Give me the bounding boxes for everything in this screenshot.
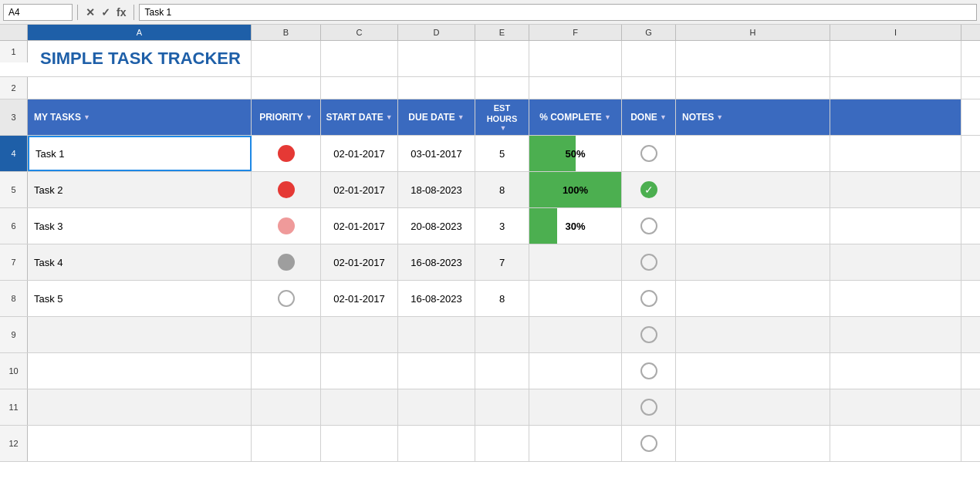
- start-date-dropdown-icon[interactable]: ▼: [386, 113, 393, 121]
- cancel-icon[interactable]: ✕: [86, 6, 95, 19]
- row9-h[interactable]: [676, 317, 830, 352]
- task5-pct-cell[interactable]: [529, 281, 622, 316]
- row2-b[interactable]: [252, 77, 321, 99]
- row10-a[interactable]: [28, 353, 252, 389]
- my-tasks-dropdown-icon[interactable]: ▼: [83, 113, 90, 121]
- pct-complete-dropdown-icon[interactable]: ▼: [604, 113, 611, 121]
- row9-a[interactable]: [28, 317, 252, 352]
- task3-notes-cell[interactable]: [676, 208, 830, 244]
- col-header-a[interactable]: A: [28, 25, 252, 40]
- row10-d[interactable]: [398, 353, 475, 389]
- row12-h[interactable]: [676, 426, 830, 461]
- row9-done[interactable]: [622, 317, 676, 352]
- col-header-f[interactable]: F: [529, 25, 622, 40]
- task4-done-circle[interactable]: [640, 254, 657, 271]
- header-pct-complete[interactable]: % COMPLETE ▼: [529, 99, 622, 135]
- row12-c[interactable]: [321, 426, 398, 461]
- task2-done-check[interactable]: ✓: [640, 181, 657, 198]
- row11-c[interactable]: [321, 389, 398, 425]
- task1-done-circle[interactable]: [640, 145, 657, 162]
- task3-name-cell[interactable]: Task 3: [28, 208, 252, 244]
- task5-due-date-cell[interactable]: 16-08-2023: [398, 281, 475, 316]
- row10-h[interactable]: [676, 353, 830, 389]
- row1-g[interactable]: [622, 41, 676, 76]
- row12-f[interactable]: [529, 426, 622, 461]
- header-notes[interactable]: NOTES ▼: [676, 99, 830, 135]
- col-header-h[interactable]: H: [676, 25, 830, 40]
- task5-done-circle[interactable]: [640, 290, 657, 307]
- row2-d[interactable]: [398, 77, 475, 99]
- row10-c[interactable]: [321, 353, 398, 389]
- col-header-e[interactable]: E: [475, 25, 529, 40]
- task3-pct-cell[interactable]: 30%: [529, 208, 622, 244]
- row1-h[interactable]: [676, 41, 830, 76]
- priority-dropdown-icon[interactable]: ▼: [306, 113, 313, 121]
- row12-done[interactable]: [622, 426, 676, 461]
- task4-extra-cell[interactable]: [830, 244, 961, 280]
- formula-input[interactable]: [139, 4, 977, 21]
- row2-h[interactable]: [676, 77, 830, 99]
- row1-e[interactable]: [475, 41, 529, 76]
- row9-b[interactable]: [252, 317, 321, 352]
- row12-done-circle[interactable]: [640, 435, 657, 452]
- task1-due-date-cell[interactable]: 03-01-2017: [398, 136, 475, 171]
- task2-name-cell[interactable]: Task 2: [28, 172, 252, 207]
- task2-notes-cell[interactable]: [676, 172, 830, 207]
- col-header-b[interactable]: B: [252, 25, 321, 40]
- done-dropdown-icon[interactable]: ▼: [660, 113, 667, 121]
- row11-h[interactable]: [676, 389, 830, 425]
- col-header-g[interactable]: G: [622, 25, 676, 40]
- task1-notes-cell[interactable]: [676, 136, 830, 171]
- task4-pct-cell[interactable]: [529, 244, 622, 280]
- task1-name-cell[interactable]: Task 1: [28, 136, 252, 171]
- row9-f[interactable]: [529, 317, 622, 352]
- task3-extra-cell[interactable]: [830, 208, 961, 244]
- row11-done-circle[interactable]: [640, 399, 657, 416]
- task2-extra-cell[interactable]: [830, 172, 961, 207]
- task1-done-cell[interactable]: [622, 136, 676, 171]
- header-done[interactable]: DONE ▼: [622, 99, 676, 135]
- task2-start-date-cell[interactable]: 02-01-2017: [321, 172, 398, 207]
- row10-i[interactable]: [830, 353, 961, 389]
- task4-est-hours-cell[interactable]: 7: [475, 244, 529, 280]
- row11-e[interactable]: [475, 389, 529, 425]
- task3-done-cell[interactable]: [622, 208, 676, 244]
- col-header-d[interactable]: D: [398, 25, 475, 40]
- row2-c[interactable]: [321, 77, 398, 99]
- row9-d[interactable]: [398, 317, 475, 352]
- due-date-dropdown-icon[interactable]: ▼: [458, 113, 465, 121]
- task3-priority-cell[interactable]: [252, 208, 321, 244]
- task1-extra-cell[interactable]: [830, 136, 961, 171]
- row2-f[interactable]: [529, 77, 622, 99]
- header-start-date[interactable]: START DATE ▼: [321, 99, 398, 135]
- header-my-tasks[interactable]: MY TASKS ▼: [28, 99, 252, 135]
- task4-start-date-cell[interactable]: 02-01-2017: [321, 244, 398, 280]
- task3-done-circle[interactable]: [640, 217, 657, 234]
- cell-reference-box[interactable]: A4: [3, 4, 73, 21]
- row11-i[interactable]: [830, 389, 961, 425]
- row1-i[interactable]: [830, 41, 961, 76]
- row2-e[interactable]: [475, 77, 529, 99]
- task5-name-cell[interactable]: Task 5: [28, 281, 252, 316]
- confirm-icon[interactable]: ✓: [101, 6, 110, 19]
- task5-priority-cell[interactable]: [252, 281, 321, 316]
- header-extra[interactable]: [830, 99, 961, 135]
- row12-a[interactable]: [28, 426, 252, 461]
- header-priority[interactable]: PRIORITY ▼: [252, 99, 321, 135]
- row12-d[interactable]: [398, 426, 475, 461]
- task4-notes-cell[interactable]: [676, 244, 830, 280]
- row12-e[interactable]: [475, 426, 529, 461]
- col-header-c[interactable]: C: [321, 25, 398, 40]
- row1-d[interactable]: [398, 41, 475, 76]
- row10-b[interactable]: [252, 353, 321, 389]
- row9-c[interactable]: [321, 317, 398, 352]
- task3-start-date-cell[interactable]: 02-01-2017: [321, 208, 398, 244]
- task1-priority-cell[interactable]: [252, 136, 321, 171]
- row12-i[interactable]: [830, 426, 961, 461]
- task2-due-date-cell[interactable]: 18-08-2023: [398, 172, 475, 207]
- row1-f[interactable]: [529, 41, 622, 76]
- task5-est-hours-cell[interactable]: 8: [475, 281, 529, 316]
- task2-priority-cell[interactable]: [252, 172, 321, 207]
- row9-e[interactable]: [475, 317, 529, 352]
- task2-pct-cell[interactable]: 100%: [529, 172, 622, 207]
